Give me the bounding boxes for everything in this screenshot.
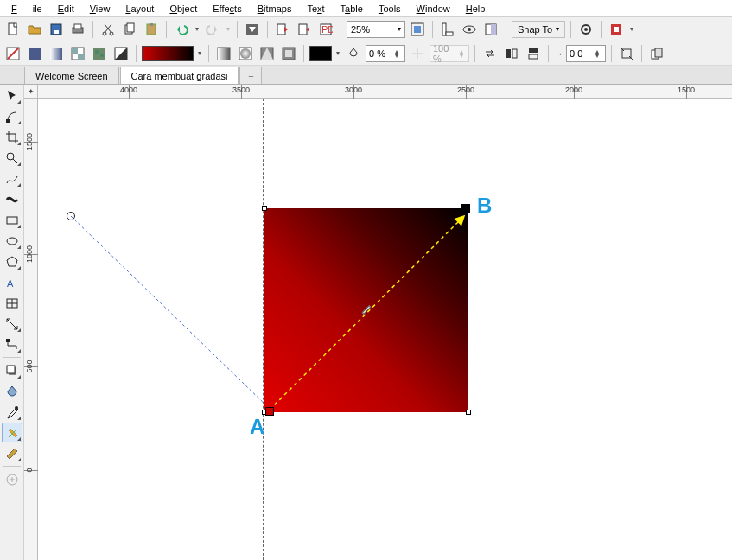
svg-rect-46 [512,49,517,58]
node-color-well[interactable] [309,46,332,61]
tab-gradasi[interactable]: Cara membuat gradasi [120,67,239,84]
import-icon[interactable] [273,20,292,39]
gradient-dropdown-icon[interactable]: ▾ [196,49,203,57]
dockers-icon[interactable] [481,20,500,39]
skew-line [67,212,274,419]
zoom-select[interactable]: 25%▾ [347,21,405,38]
reverse-icon[interactable] [481,44,500,63]
zoom-tool[interactable] [2,148,22,168]
menu-text[interactable]: Text [299,2,332,16]
ellipse-tool[interactable] [2,231,22,251]
paste-icon[interactable] [142,20,161,39]
undo-icon[interactable] [172,20,191,39]
transparency-icon[interactable] [344,44,363,63]
merge-input: 100 %▴▾ [430,45,469,62]
node-color-dropdown-icon[interactable]: ▾ [334,49,341,57]
print-icon[interactable] [68,20,87,39]
redo-dropdown-icon[interactable]: ▾ [225,25,232,33]
rectangle-tool[interactable] [2,210,22,230]
gradient-end-handle[interactable] [461,204,470,213]
linear-fountain-icon[interactable] [214,44,233,63]
svg-point-61 [15,406,18,410]
fullscreen-icon[interactable] [408,20,427,39]
options-icon[interactable] [576,20,595,39]
polygon-tool[interactable] [2,251,22,271]
ruler-corner[interactable]: ✦ [24,85,38,99]
tab-welcome[interactable]: Welcome Screen [24,67,119,84]
connector-tool[interactable] [2,334,22,354]
transparency-input[interactable]: 0 %▴▾ [366,45,405,62]
pick-tool[interactable] [2,86,22,105]
copy-props-icon[interactable] [647,44,666,63]
menu-help[interactable]: Help [458,2,493,16]
shape-tool[interactable] [2,106,22,126]
menu-file[interactable]: File [3,2,50,16]
texture-fill-icon[interactable] [90,44,109,63]
artistic-media-tool[interactable] [2,189,22,209]
menu-edit[interactable]: Edit [50,2,82,16]
preview-icon[interactable] [460,20,479,39]
uniform-fill-icon[interactable] [25,44,44,63]
svg-point-35 [95,50,99,54]
drop-shadow-tool[interactable] [2,360,22,380]
pattern-fill-icon[interactable] [68,44,87,63]
freehand-tool[interactable] [2,169,22,188]
launcher-dropdown-icon[interactable]: ▾ [628,25,635,33]
mirror-h-icon[interactable] [502,44,521,63]
offset-input[interactable]: 0,0▴▾ [566,45,606,62]
elliptical-fountain-icon[interactable] [236,44,255,63]
menu-layout[interactable]: Layout [118,2,162,16]
menu-tools[interactable]: Tools [371,2,409,16]
svg-rect-2 [54,30,59,34]
quick-customize-icon[interactable] [2,469,22,489]
no-fill-icon[interactable] [3,44,22,63]
gradient-preview[interactable] [142,46,194,61]
new-icon[interactable] [3,20,22,39]
search-icon[interactable] [243,20,262,39]
interactive-fill-tool[interactable] [2,423,22,442]
redo-icon[interactable] [203,20,222,39]
mirror-v-icon[interactable] [524,44,543,63]
conical-fountain-icon[interactable] [258,44,277,63]
open-icon[interactable] [25,20,44,39]
menu-effects[interactable]: Effects [205,2,249,16]
snap-dropdown[interactable]: Snap To▾ [512,21,565,38]
svg-point-36 [100,54,104,57]
svg-rect-8 [127,23,134,32]
svg-line-64 [270,217,463,410]
copy-icon[interactable] [120,20,139,39]
show-rulers-icon[interactable] [438,20,457,39]
menu-bitmaps[interactable]: Bitmaps [250,2,300,16]
crop-tool[interactable] [2,127,22,147]
menu-table[interactable]: Table [333,2,371,16]
fountain-fill-icon[interactable] [47,44,66,63]
transparency-tool[interactable] [2,381,22,401]
menu-view[interactable]: View [82,2,118,16]
menu-window[interactable]: Window [409,2,458,16]
dimension-tool[interactable] [2,314,22,334]
gradient-vector[interactable] [264,204,476,416]
tab-new[interactable]: + [239,67,262,84]
menu-object[interactable]: Object [162,2,205,16]
save-icon[interactable] [47,20,66,39]
pdf-icon[interactable]: PDF [316,20,335,39]
svg-point-25 [584,28,588,31]
canvas[interactable]: A B [38,99,732,560]
ruler-v-label: 1000 [25,245,34,263]
svg-rect-18 [442,23,446,35]
text-tool[interactable]: A [2,272,22,292]
undo-dropdown-icon[interactable]: ▾ [194,25,201,33]
two-color-icon[interactable] [111,44,130,63]
ruler-horizontal[interactable]: 4000 3500 3000 2500 2000 1500 [38,85,732,99]
free-scale-icon[interactable] [617,44,636,63]
eyedropper-tool[interactable] [2,402,22,422]
zoom-value: 25% [351,24,370,35]
ruler-vertical[interactable]: 1500 1000 500 0 [24,99,38,560]
gradient-start-handle[interactable] [265,407,274,416]
launcher-icon[interactable] [607,20,626,39]
outline-tool[interactable] [2,443,22,463]
cut-icon[interactable] [99,20,118,39]
rectangular-fountain-icon[interactable] [279,44,298,63]
export-icon[interactable] [295,20,314,39]
table-tool[interactable] [2,293,22,313]
